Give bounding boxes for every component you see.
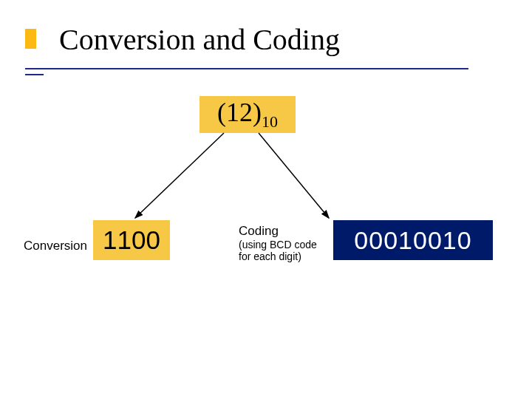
coding-label-main: Coding [239,224,279,238]
source-value-box: (12)10 [200,96,296,133]
source-number: (12) [217,98,262,127]
conversion-result: 1100 [103,225,160,255]
svg-line-1 [259,133,329,218]
arrows [0,0,532,399]
title-subrule [25,74,44,75]
coding-result-box: 00010010 [333,220,493,260]
title-rule [25,68,468,69]
coding-label-sub1: (using BCD code [239,239,317,250]
coding-label-sub2: for each digit) [239,250,317,262]
page-title: Conversion and Coding [59,22,340,57]
title-accent-mask [36,28,58,51]
svg-line-0 [135,133,224,218]
source-base: 10 [262,113,278,132]
source-value-text: (12)10 [217,97,278,132]
coding-label: Coding (using BCD code for each digit) [239,224,317,262]
conversion-result-box: 1100 [93,220,170,260]
coding-result: 00010010 [354,226,471,255]
conversion-label: Conversion [24,239,87,253]
